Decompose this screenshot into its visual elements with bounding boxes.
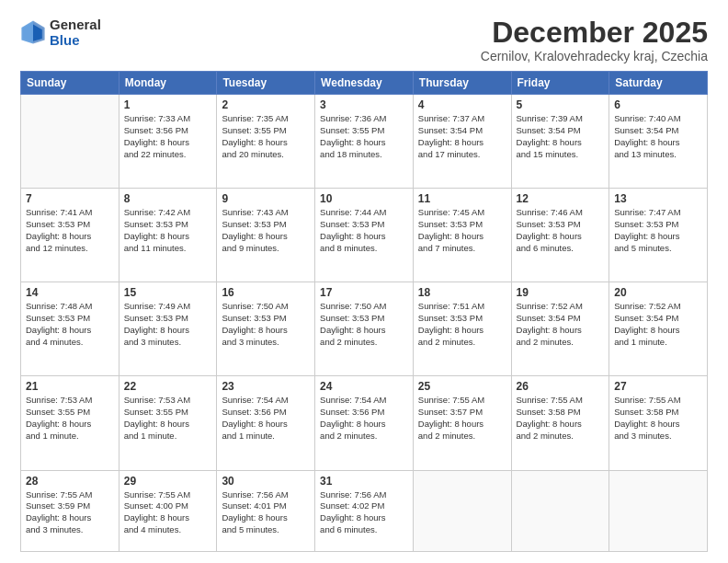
calendar-cell: 2Sunrise: 7:35 AM Sunset: 3:55 PM Daylig… [217, 95, 315, 189]
logo: General Blue [20, 17, 101, 49]
calendar-cell: 26Sunrise: 7:55 AM Sunset: 3:58 PM Dayli… [511, 376, 609, 470]
calendar-cell: 3Sunrise: 7:36 AM Sunset: 3:55 PM Daylig… [315, 95, 414, 189]
calendar-cell: 13Sunrise: 7:47 AM Sunset: 3:53 PM Dayli… [609, 189, 708, 282]
calendar-cell: 11Sunrise: 7:45 AM Sunset: 3:53 PM Dayli… [413, 189, 511, 282]
calendar-cell: 25Sunrise: 7:55 AM Sunset: 3:57 PM Dayli… [413, 376, 511, 470]
day-number: 13 [614, 192, 702, 205]
calendar-cell: 10Sunrise: 7:44 AM Sunset: 3:53 PM Dayli… [315, 189, 414, 282]
calendar-cell: 14Sunrise: 7:48 AM Sunset: 3:53 PM Dayli… [21, 282, 119, 376]
day-number: 30 [222, 475, 310, 488]
calendar-header-row: SundayMondayTuesdayWednesdayThursdayFrid… [21, 72, 708, 95]
weekday-header: Saturday [609, 72, 708, 95]
day-number: 14 [26, 286, 114, 299]
day-number: 28 [26, 475, 114, 488]
day-number: 12 [517, 192, 605, 205]
calendar-cell: 12Sunrise: 7:46 AM Sunset: 3:53 PM Dayli… [511, 189, 609, 282]
cell-sun-info: Sunrise: 7:55 AM Sunset: 4:00 PM Dayligh… [124, 489, 212, 536]
calendar-cell: 23Sunrise: 7:54 AM Sunset: 3:56 PM Dayli… [217, 376, 315, 470]
cell-sun-info: Sunrise: 7:53 AM Sunset: 3:55 PM Dayligh… [124, 395, 212, 442]
cell-sun-info: Sunrise: 7:37 AM Sunset: 3:54 PM Dayligh… [418, 113, 506, 160]
day-number: 10 [320, 192, 408, 205]
weekday-header: Monday [119, 72, 217, 95]
day-number: 7 [26, 192, 114, 205]
cell-sun-info: Sunrise: 7:33 AM Sunset: 3:56 PM Dayligh… [124, 113, 212, 160]
cell-sun-info: Sunrise: 7:49 AM Sunset: 3:53 PM Dayligh… [124, 301, 212, 348]
calendar-cell: 27Sunrise: 7:55 AM Sunset: 3:58 PM Dayli… [609, 376, 708, 470]
calendar-cell: 21Sunrise: 7:53 AM Sunset: 3:55 PM Dayli… [21, 376, 119, 470]
calendar-week-row: 7Sunrise: 7:41 AM Sunset: 3:53 PM Daylig… [21, 189, 708, 282]
weekday-header: Sunday [21, 72, 119, 95]
day-number: 4 [418, 98, 506, 111]
calendar-cell [609, 470, 708, 552]
calendar-cell: 19Sunrise: 7:52 AM Sunset: 3:54 PM Dayli… [511, 282, 609, 376]
day-number: 27 [614, 380, 702, 393]
cell-sun-info: Sunrise: 7:41 AM Sunset: 3:53 PM Dayligh… [26, 207, 114, 254]
calendar-cell: 24Sunrise: 7:54 AM Sunset: 3:56 PM Dayli… [315, 376, 414, 470]
calendar-week-row: 28Sunrise: 7:55 AM Sunset: 3:59 PM Dayli… [21, 470, 708, 552]
cell-sun-info: Sunrise: 7:50 AM Sunset: 3:53 PM Dayligh… [320, 301, 408, 348]
cell-sun-info: Sunrise: 7:55 AM Sunset: 3:58 PM Dayligh… [614, 395, 702, 442]
day-number: 25 [418, 380, 506, 393]
calendar-cell: 20Sunrise: 7:52 AM Sunset: 3:54 PM Dayli… [609, 282, 708, 376]
cell-sun-info: Sunrise: 7:40 AM Sunset: 3:54 PM Dayligh… [614, 113, 702, 160]
day-number: 2 [222, 98, 310, 111]
svg-marker-2 [21, 21, 33, 44]
calendar-week-row: 14Sunrise: 7:48 AM Sunset: 3:53 PM Dayli… [21, 282, 708, 376]
day-number: 1 [124, 98, 212, 111]
cell-sun-info: Sunrise: 7:43 AM Sunset: 3:53 PM Dayligh… [222, 207, 310, 254]
cell-sun-info: Sunrise: 7:55 AM Sunset: 3:57 PM Dayligh… [418, 395, 506, 442]
month-title: December 2025 [481, 17, 708, 49]
cell-sun-info: Sunrise: 7:48 AM Sunset: 3:53 PM Dayligh… [26, 301, 114, 348]
title-block: December 2025 Cernilov, Kralovehradecky … [481, 17, 708, 63]
calendar-cell: 4Sunrise: 7:37 AM Sunset: 3:54 PM Daylig… [413, 95, 511, 189]
day-number: 9 [222, 192, 310, 205]
cell-sun-info: Sunrise: 7:54 AM Sunset: 3:56 PM Dayligh… [222, 395, 310, 442]
day-number: 5 [517, 98, 605, 111]
cell-sun-info: Sunrise: 7:50 AM Sunset: 3:53 PM Dayligh… [222, 301, 310, 348]
cell-sun-info: Sunrise: 7:45 AM Sunset: 3:53 PM Dayligh… [418, 207, 506, 254]
calendar-cell: 22Sunrise: 7:53 AM Sunset: 3:55 PM Dayli… [119, 376, 217, 470]
day-number: 15 [124, 286, 212, 299]
cell-sun-info: Sunrise: 7:56 AM Sunset: 4:02 PM Dayligh… [320, 489, 408, 536]
calendar-cell: 29Sunrise: 7:55 AM Sunset: 4:00 PM Dayli… [119, 470, 217, 552]
cell-sun-info: Sunrise: 7:52 AM Sunset: 3:54 PM Dayligh… [517, 301, 605, 348]
calendar-cell: 30Sunrise: 7:56 AM Sunset: 4:01 PM Dayli… [217, 470, 315, 552]
cell-sun-info: Sunrise: 7:52 AM Sunset: 3:54 PM Dayligh… [614, 301, 702, 348]
weekday-header: Wednesday [315, 72, 414, 95]
cell-sun-info: Sunrise: 7:47 AM Sunset: 3:53 PM Dayligh… [614, 207, 702, 254]
day-number: 3 [320, 98, 408, 111]
calendar-cell: 5Sunrise: 7:39 AM Sunset: 3:54 PM Daylig… [511, 95, 609, 189]
calendar-cell [511, 470, 609, 552]
calendar-table: SundayMondayTuesdayWednesdayThursdayFrid… [20, 71, 708, 552]
cell-sun-info: Sunrise: 7:55 AM Sunset: 3:59 PM Dayligh… [26, 489, 114, 536]
day-number: 31 [320, 475, 408, 488]
calendar-cell: 28Sunrise: 7:55 AM Sunset: 3:59 PM Dayli… [21, 470, 119, 552]
day-number: 20 [614, 286, 702, 299]
day-number: 24 [320, 380, 408, 393]
calendar-cell: 7Sunrise: 7:41 AM Sunset: 3:53 PM Daylig… [21, 189, 119, 282]
day-number: 8 [124, 192, 212, 205]
cell-sun-info: Sunrise: 7:53 AM Sunset: 3:55 PM Dayligh… [26, 395, 114, 442]
day-number: 21 [26, 380, 114, 393]
day-number: 16 [222, 286, 310, 299]
logo-icon [20, 19, 46, 45]
calendar-cell: 17Sunrise: 7:50 AM Sunset: 3:53 PM Dayli… [315, 282, 414, 376]
day-number: 17 [320, 286, 408, 299]
calendar-week-row: 21Sunrise: 7:53 AM Sunset: 3:55 PM Dayli… [21, 376, 708, 470]
cell-sun-info: Sunrise: 7:44 AM Sunset: 3:53 PM Dayligh… [320, 207, 408, 254]
day-number: 26 [517, 380, 605, 393]
cell-sun-info: Sunrise: 7:56 AM Sunset: 4:01 PM Dayligh… [222, 489, 310, 536]
cell-sun-info: Sunrise: 7:42 AM Sunset: 3:53 PM Dayligh… [124, 207, 212, 254]
cell-sun-info: Sunrise: 7:36 AM Sunset: 3:55 PM Dayligh… [320, 113, 408, 160]
calendar-cell [413, 470, 511, 552]
weekday-header: Thursday [413, 72, 511, 95]
cell-sun-info: Sunrise: 7:55 AM Sunset: 3:58 PM Dayligh… [517, 395, 605, 442]
subtitle: Cernilov, Kralovehradecky kraj, Czechia [481, 49, 708, 63]
calendar-cell: 18Sunrise: 7:51 AM Sunset: 3:53 PM Dayli… [413, 282, 511, 376]
calendar-cell: 9Sunrise: 7:43 AM Sunset: 3:53 PM Daylig… [217, 189, 315, 282]
cell-sun-info: Sunrise: 7:51 AM Sunset: 3:53 PM Dayligh… [418, 301, 506, 348]
weekday-header: Friday [511, 72, 609, 95]
logo-text: General Blue [50, 17, 101, 49]
calendar-cell [21, 95, 119, 189]
cell-sun-info: Sunrise: 7:54 AM Sunset: 3:56 PM Dayligh… [320, 395, 408, 442]
